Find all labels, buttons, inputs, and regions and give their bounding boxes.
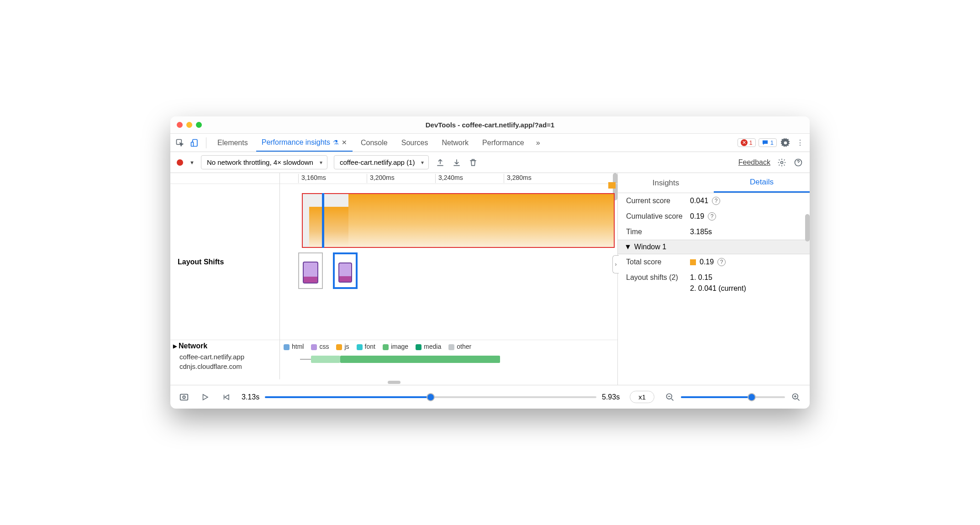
zoom-in-icon[interactable]: [790, 392, 801, 403]
timeline-chart[interactable]: 3,160ms 3,200ms 3,240ms 3,280ms: [280, 173, 617, 379]
svg-rect-5: [180, 394, 188, 400]
help-icon[interactable]: ?: [708, 212, 716, 220]
total-score-label: Total score: [626, 258, 690, 266]
horizontal-scrollbar[interactable]: [170, 379, 617, 385]
network-bar[interactable]: [280, 355, 617, 364]
svg-rect-2: [191, 142, 194, 146]
flask-icon: ⚗: [333, 139, 339, 146]
help-icon[interactable]: ?: [717, 258, 726, 266]
upload-icon[interactable]: [435, 158, 445, 168]
legend-media: media: [424, 343, 441, 350]
zoom-out-icon[interactable]: [664, 392, 675, 403]
traffic-lights: [177, 122, 202, 128]
recording-value: coffee-cart.netlify.app (1): [340, 158, 415, 166]
tab-performance-insights[interactable]: Performance insights ⚗ ✕: [256, 134, 353, 152]
inspect-icon[interactable]: [174, 137, 186, 149]
feedback-link[interactable]: Feedback: [738, 158, 770, 167]
more-tabs-icon[interactable]: »: [532, 139, 544, 147]
scrollbar[interactable]: [805, 214, 810, 242]
record-icon[interactable]: [177, 159, 183, 166]
shift-thumbnail-selected[interactable]: [333, 252, 358, 289]
maximize-icon[interactable]: [196, 122, 202, 128]
layout-shifts-label: Layout Shifts: [170, 184, 279, 340]
tab-network[interactable]: Network: [436, 134, 474, 152]
tab-performance[interactable]: Performance: [477, 134, 530, 152]
minimize-icon[interactable]: [186, 122, 192, 128]
playhead[interactable]: [322, 193, 324, 248]
window-title: DevTools - coffee-cart.netlify.app/?ad=1: [170, 121, 810, 129]
tab-label: Network: [442, 139, 469, 147]
close-tab-icon[interactable]: ✕: [342, 139, 347, 146]
shift-bar[interactable]: [348, 194, 614, 247]
layout-shift-track[interactable]: [280, 184, 617, 340]
help-icon[interactable]: [793, 158, 803, 168]
layout-shift-item[interactable]: 1. 0.15: [690, 273, 712, 282]
main-area: Layout Shifts ▶Network coffee-cart.netli…: [170, 173, 810, 385]
device-icon[interactable]: [189, 137, 200, 149]
tab-label: Sources: [401, 139, 428, 147]
gear-icon[interactable]: [777, 158, 787, 168]
message-badge[interactable]: 1: [759, 138, 777, 147]
current-score-value: 0.041: [690, 197, 708, 205]
cumulative-score-label: Cumulative score: [626, 212, 690, 220]
play-icon[interactable]: [200, 392, 211, 403]
preview-icon[interactable]: [179, 392, 190, 403]
time-label: Time: [626, 228, 690, 236]
time-slider[interactable]: [265, 396, 596, 398]
skip-start-icon[interactable]: [221, 392, 232, 403]
total-score-value: 0.19: [700, 258, 714, 266]
message-count: 1: [770, 139, 774, 146]
slider-thumb[interactable]: [427, 393, 435, 401]
legend-image: image: [391, 343, 408, 350]
tab-elements[interactable]: Elements: [212, 134, 253, 152]
layout-shifts-label: Layout shifts (2): [626, 273, 690, 282]
network-label: Network: [179, 342, 207, 350]
expand-handle-icon[interactable]: ›: [612, 255, 619, 273]
trash-icon[interactable]: [468, 158, 478, 168]
titlebar: DevTools - coffee-cart.netlify.app/?ad=1: [170, 116, 810, 134]
network-row-toggle[interactable]: ▶Network: [173, 340, 279, 352]
tab-label: Performance: [482, 139, 524, 147]
close-icon[interactable]: [177, 122, 183, 128]
slider-thumb[interactable]: [748, 393, 756, 401]
details-panel: › Insights Details Current score0.041? C…: [618, 173, 810, 385]
error-count: 1: [749, 139, 753, 146]
tab-details[interactable]: Details: [714, 173, 810, 193]
current-score-label: Current score: [626, 197, 690, 205]
zoom-slider[interactable]: [681, 396, 785, 398]
tab-label: Performance insights: [262, 138, 330, 147]
recording-select[interactable]: coffee-cart.netlify.app (1): [334, 155, 429, 169]
shift-thumbnail[interactable]: [298, 252, 323, 289]
dropdown-caret-icon[interactable]: ▼: [190, 160, 195, 165]
gear-icon[interactable]: [780, 137, 791, 149]
tab-label: Elements: [217, 139, 248, 147]
help-icon[interactable]: ?: [712, 197, 720, 205]
chevron-down-icon: ▼: [624, 243, 632, 251]
legend-font: font: [365, 343, 375, 350]
legend-js: js: [344, 343, 349, 350]
tab-label: Console: [361, 139, 388, 147]
ruler-tick: 3,280ms: [504, 174, 532, 183]
legend-css: css: [319, 343, 329, 350]
tab-sources[interactable]: Sources: [396, 134, 434, 152]
devtools-window: DevTools - coffee-cart.netlify.app/?ad=1…: [170, 116, 810, 409]
tab-insights[interactable]: Insights: [618, 173, 714, 193]
devtools-tabbar: Elements Performance insights ⚗ ✕ Consol…: [170, 134, 810, 152]
host-row[interactable]: coffee-cart.netlify.app: [173, 352, 279, 362]
time-ruler[interactable]: 3,160ms 3,200ms 3,240ms 3,280ms: [280, 173, 617, 184]
error-badge[interactable]: ✕1: [738, 138, 756, 147]
row-labels: Layout Shifts ▶Network coffee-cart.netli…: [170, 173, 280, 379]
svg-point-6: [183, 396, 185, 399]
separator: [206, 137, 206, 148]
host-row[interactable]: cdnjs.cloudflare.com: [173, 362, 279, 371]
download-icon[interactable]: [452, 158, 462, 168]
cumulative-score-value: 0.19: [690, 212, 704, 220]
throttle-value: No network throttling, 4× slowdown: [207, 158, 313, 166]
layout-shift-item[interactable]: 2. 0.041 (current): [690, 284, 746, 293]
throttle-select[interactable]: No network throttling, 4× slowdown: [201, 155, 327, 169]
kebab-icon[interactable]: ⋮: [794, 137, 806, 149]
window-section[interactable]: ▼Window 1: [618, 240, 810, 254]
speed-pill[interactable]: x1: [630, 391, 654, 403]
time-end: 5.93s: [602, 393, 620, 401]
tab-console[interactable]: Console: [355, 134, 393, 152]
